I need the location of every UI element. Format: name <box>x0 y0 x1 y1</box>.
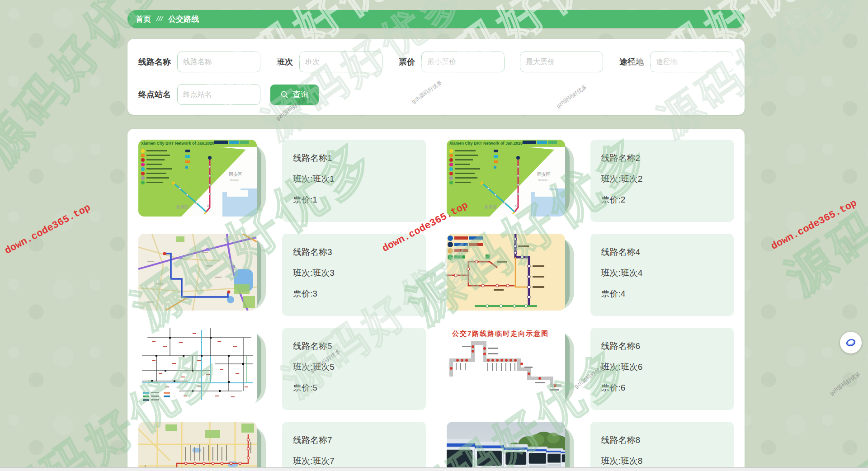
breadcrumb: 首页 /// 公交路线 <box>127 10 745 28</box>
route-image[interactable] <box>447 328 565 405</box>
route-image[interactable] <box>447 234 565 311</box>
route-info: 线路名称3 班次:班次3 票价:3 <box>282 234 426 316</box>
breadcrumb-home[interactable]: 首页 <box>136 14 151 24</box>
route-price: 票价:1 <box>293 194 415 206</box>
route-shift: 班次:班次6 <box>601 361 723 373</box>
route-image[interactable] <box>138 328 257 405</box>
route-shift: 班次:班次4 <box>601 267 723 279</box>
route-price: 票价:3 <box>293 288 415 300</box>
route-shift: 班次:班次3 <box>293 267 415 279</box>
route-card[interactable]: 线路名称5 班次:班次5 票价:5 <box>138 328 426 410</box>
watermark-gzh: gzh源码好优多 <box>828 370 862 397</box>
terminal-input[interactable] <box>177 84 260 105</box>
route-info: 线路名称5 班次:班次5 票价:5 <box>282 328 426 410</box>
shift-input[interactable] <box>299 52 382 72</box>
watermark-site: down.code365.top <box>3 202 92 257</box>
route-card[interactable]: 线路名称4 班次:班次4 票价:4 <box>447 234 734 316</box>
route-card[interactable]: 线路名称7 班次:班次7 票价:7 <box>138 422 426 471</box>
bottom-strip <box>0 467 868 471</box>
route-image[interactable] <box>138 140 257 217</box>
route-price: 票价:6 <box>601 382 723 394</box>
search-form: 线路名称 班次 票价 途径地 终点站名 <box>127 39 745 115</box>
route-card[interactable]: 线路名称3 班次:班次3 票价:3 <box>138 234 426 316</box>
search-button[interactable]: 查询 <box>270 85 319 105</box>
route-name: 线路名称3 <box>293 246 415 258</box>
search-button-label: 查询 <box>292 89 309 100</box>
search-icon <box>280 90 288 99</box>
route-card[interactable]: 线路名称6 班次:班次6 票价:6 <box>447 328 734 410</box>
route-name: 线路名称6 <box>601 340 723 352</box>
route-name: 线路名称2 <box>601 152 723 164</box>
via-label: 途径地 <box>619 57 644 67</box>
route-info: 线路名称4 班次:班次4 票价:4 <box>590 234 734 316</box>
route-shift: 班次:班次8 <box>601 455 723 467</box>
route-name: 线路名称4 <box>601 246 723 258</box>
price-label: 票价 <box>399 57 415 67</box>
route-name: 线路名称8 <box>601 434 723 446</box>
route-shift: 班次:班次2 <box>601 173 723 185</box>
route-name: 线路名称5 <box>293 340 415 352</box>
route-image[interactable] <box>447 140 565 217</box>
terminal-label: 终点站名 <box>138 89 171 100</box>
route-card[interactable]: 线路名称2 班次:班次2 票价:2 <box>447 140 734 222</box>
route-name: 线路名称7 <box>293 434 415 446</box>
route-card[interactable]: 线路名称8 班次:班次8 票价:8 <box>447 422 734 471</box>
route-image[interactable] <box>447 422 565 471</box>
via-input[interactable] <box>650 52 733 72</box>
route-info: 线路名称7 班次:班次7 票价:7 <box>282 422 426 471</box>
watermark-brand: 源码好优多 <box>774 108 868 309</box>
route-name-label: 线路名称 <box>138 57 171 67</box>
route-info: 线路名称1 班次:班次1 票价:1 <box>282 140 426 222</box>
watermark-site: down.code365.top <box>769 198 859 252</box>
route-name-input[interactable] <box>177 52 260 72</box>
browser-swirl-icon <box>844 336 857 349</box>
route-info: 线路名称6 班次:班次6 票价:6 <box>590 328 734 410</box>
route-name: 线路名称1 <box>293 152 415 164</box>
breadcrumb-separator: /// <box>156 14 163 24</box>
route-price: 票价:2 <box>601 194 723 206</box>
route-price: 票价:4 <box>601 288 723 300</box>
route-shift: 班次:班次7 <box>293 455 415 467</box>
shift-label: 班次 <box>277 57 293 67</box>
route-info: 线路名称2 班次:班次2 票价:2 <box>590 140 734 222</box>
floating-widget-button[interactable] <box>840 332 862 353</box>
route-image[interactable] <box>138 234 257 311</box>
route-image[interactable] <box>138 422 257 471</box>
route-price: 票价:5 <box>293 382 415 394</box>
price-max-input[interactable] <box>520 52 603 72</box>
routes-list: 线路名称1 班次:班次1 票价:1 线路名称2 班次:班次2 票价:2 线路名称… <box>127 129 745 471</box>
route-card[interactable]: 线路名称1 班次:班次1 票价:1 <box>138 140 426 222</box>
route-shift: 班次:班次5 <box>293 361 415 373</box>
price-min-input[interactable] <box>421 52 505 72</box>
route-shift: 班次:班次1 <box>293 173 415 185</box>
route-info: 线路名称8 班次:班次8 票价:8 <box>590 422 734 471</box>
breadcrumb-current: 公交路线 <box>168 14 199 24</box>
